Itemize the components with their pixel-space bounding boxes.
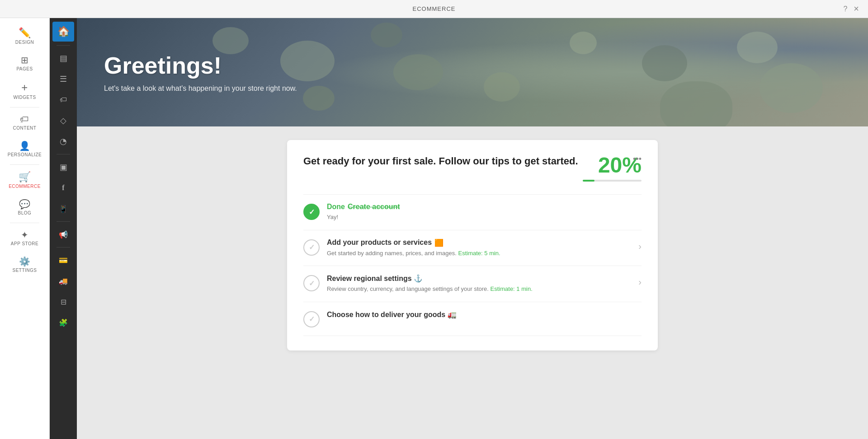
content-icon: 🏷 (20, 115, 29, 124)
item-desc-create-account: Yay! (327, 213, 642, 222)
check-circle-done: ✓ (303, 204, 320, 220)
storefront-icon: ▤ (60, 53, 67, 63)
hero-subtitle: Let's take a look at what's happening in… (104, 84, 868, 93)
sidebar-item-ecommerce[interactable]: 🛒 ECOMMERCE (0, 167, 49, 194)
inner-sidebar-item-facebook[interactable]: f (52, 178, 74, 198)
sidebar-item-pages[interactable]: ⊞ PAGES (0, 50, 49, 77)
inner-sidebar-item-puzzle[interactable]: 🧩 (52, 313, 74, 332)
inner-sidebar-item-megaphone[interactable]: 📢 (52, 224, 74, 244)
item-content-delivery: Choose how to deliver your goods 🚛 (327, 310, 642, 319)
inner-sidebar-item-storefront[interactable]: ▤ (52, 48, 74, 68)
hero-title: Greetings! (104, 52, 868, 79)
sliders-icon: ⊟ (61, 298, 66, 306)
main-content: Get ready for your first sale. Follow ou… (77, 126, 868, 439)
title-bar: ECOMMERCE ? × (0, 0, 868, 18)
checkmark-icon-3: ✓ (309, 279, 315, 288)
title-bar-controls: ? × (843, 4, 859, 14)
check-circle-add-products: ✓ (303, 239, 320, 256)
ecommerce-icon: 🛒 (19, 172, 31, 182)
hero-banner: Greetings! Let's take a look at what's h… (77, 18, 868, 126)
tag-icon: 🏷 (60, 96, 67, 104)
inner-sidebar-item-mobile[interactable]: 📱 (52, 199, 74, 219)
inner-sidebar-item-home[interactable]: 🏠 (52, 22, 74, 42)
card-title: Get ready for your first sale. Follow ou… (303, 154, 583, 168)
sidebar-label-blog: BLOG (18, 210, 32, 215)
inner-sidebar-divider-2 (57, 154, 70, 154)
inner-sidebar-divider-3 (57, 221, 70, 222)
checklist-item-add-products[interactable]: ✓ Add your products or services 🟧 Get st… (303, 230, 642, 266)
checklist-item-delivery[interactable]: ✓ Choose how to deliver your goods 🚛 (303, 302, 642, 336)
sidebar-item-design[interactable]: ✏️ DESIGN (0, 23, 49, 50)
inner-sidebar-item-wallet[interactable]: 💳 (52, 250, 74, 270)
item-desc-add-products: Get started by adding names, prices, and… (327, 249, 627, 258)
sidebar-item-widgets[interactable]: + WIDGETS (0, 77, 49, 105)
chart-icon: ◔ (60, 136, 67, 146)
inner-sidebar-divider-4 (57, 247, 70, 248)
checklist-card: Get ready for your first sale. Follow ou… (287, 140, 658, 350)
item-content-add-products: Add your products or services 🟧 Get star… (327, 238, 627, 258)
box-icon: ▣ (60, 162, 67, 172)
estimate-regional: Estimate: 1 min. (491, 285, 533, 292)
card-header-text: Get ready for your first sale. Follow ou… (303, 154, 583, 168)
sidebar-item-appstore[interactable]: ✦ APP STORE (0, 225, 49, 252)
progress-bar-container (583, 180, 642, 182)
item-title-text-delivery: Choose how to deliver your goods 🚛 (327, 310, 457, 319)
sidebar-label-settings: SETTINGS (12, 268, 37, 273)
item-title-create-account: Done Create account (327, 203, 642, 211)
checkmark-icon-2: ✓ (309, 243, 315, 252)
product-emoji: 🟧 (434, 238, 443, 247)
item-title-add-products: Add your products or services 🟧 (327, 238, 627, 247)
widgets-icon: + (21, 82, 28, 93)
inner-sidebar-item-menu[interactable]: ☰ (52, 69, 74, 89)
item-content-regional: Review regional settings ⚓ Review countr… (327, 274, 627, 294)
megaphone-icon: 📢 (59, 230, 68, 239)
sidebar-divider-3 (10, 223, 39, 223)
checklist-item-regional-settings[interactable]: ✓ Review regional settings ⚓ Review coun… (303, 266, 642, 302)
item-title-regional: Review regional settings ⚓ (327, 274, 627, 283)
appstore-icon: ✦ (21, 230, 29, 239)
card-menu-button[interactable]: ••• (633, 154, 642, 164)
mobile-icon: 📱 (59, 205, 68, 213)
sidebar-label-widgets: WIDGETS (13, 95, 36, 100)
inner-sidebar-item-truck[interactable]: 🚚 (52, 271, 74, 291)
blog-icon: 💬 (19, 200, 31, 209)
checkmark-icon: ✓ (309, 208, 315, 216)
inner-sidebar-item-diamond[interactable]: ◇ (52, 111, 74, 131)
home-icon: 🏠 (57, 26, 70, 37)
sidebar-label-ecommerce: ECOMMERCE (9, 184, 41, 189)
check-circle-delivery: ✓ (303, 311, 320, 327)
help-button[interactable]: ? (843, 5, 847, 13)
inner-sidebar-item-tag[interactable]: 🏷 (52, 90, 74, 110)
content-area: Greetings! Let's take a look at what's h… (77, 18, 868, 439)
checklist-item-create-account[interactable]: ✓ Done Create account Yay! (303, 194, 642, 230)
sidebar-label-personalize: PERSONALIZE (8, 152, 42, 157)
estimate-add-products: Estimate: 5 min. (458, 250, 500, 257)
done-label: Done (327, 203, 345, 211)
item-title-delivery: Choose how to deliver your goods 🚛 (327, 310, 642, 319)
menu-icon: ☰ (60, 74, 67, 84)
personalize-icon: 👤 (19, 141, 31, 150)
sidebar-item-blog[interactable]: 💬 BLOG (0, 194, 49, 221)
sidebar-label-pages: PAGES (16, 66, 33, 71)
pages-icon: ⊞ (21, 56, 29, 65)
facebook-icon: f (62, 184, 64, 192)
sidebar-item-personalize[interactable]: 👤 PERSONALIZE (0, 136, 49, 163)
design-icon: ✏️ (19, 28, 31, 38)
inner-sidebar-item-chart[interactable]: ◔ (52, 131, 74, 151)
card-header: Get ready for your first sale. Follow ou… (303, 154, 642, 182)
truck-icon: 🚚 (59, 277, 68, 285)
app-title: ECOMMERCE (413, 5, 456, 12)
settings-icon: ⚙️ (19, 257, 31, 266)
inner-sidebar-item-sliders[interactable]: ⊟ (52, 292, 74, 312)
inner-sidebar-divider-1 (57, 45, 70, 46)
progress-bar-fill (583, 180, 594, 182)
inner-sidebar-item-box[interactable]: ▣ (52, 157, 74, 177)
more-options-icon: ••• (633, 154, 642, 163)
sidebar-divider-2 (10, 164, 39, 165)
sidebar-item-settings[interactable]: ⚙️ SETTINGS (0, 252, 49, 278)
sidebar-divider-1 (10, 107, 39, 107)
close-button[interactable]: × (854, 4, 859, 14)
sidebar-label-design: DESIGN (15, 40, 34, 45)
left-sidebar-inner: 🏠 ▤ ☰ 🏷 ◇ ◔ ▣ f 📱 📢 (50, 18, 77, 439)
sidebar-item-content[interactable]: 🏷 CONTENT (0, 109, 49, 136)
